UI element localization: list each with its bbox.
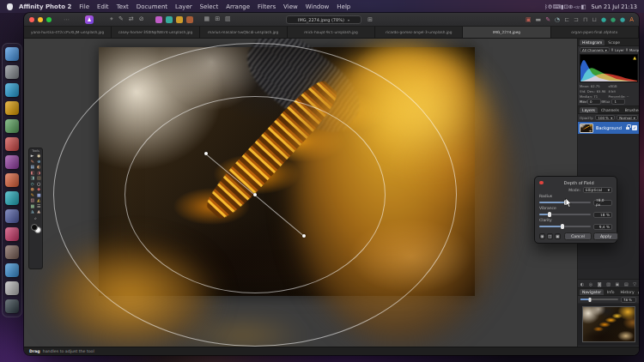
apple-logo-icon[interactable] — [7, 3, 13, 10]
slider-2-knob[interactable] — [561, 224, 564, 229]
layer-visibility-checkbox[interactable]: ✓ — [632, 125, 637, 130]
status-2-icon[interactable]: ⌨ — [553, 3, 561, 10]
toolbar-right-3-icon[interactable]: ◔ — [555, 17, 560, 23]
toolbar-persona-2-icon[interactable] — [176, 16, 183, 23]
dialog-close-button[interactable] — [539, 181, 544, 185]
dialog-2-toggle[interactable]: ▣ — [555, 233, 561, 239]
tool-20-icon[interactable]: ◮ — [31, 209, 34, 214]
max-input[interactable]: 1 — [611, 99, 625, 105]
menu-item-2[interactable]: Text — [117, 3, 129, 10]
marquee-checkbox[interactable] — [626, 48, 628, 51]
layers-4-button[interactable]: ▣ — [616, 281, 620, 287]
toolbar-right-5-icon[interactable]: ⊐ — [574, 17, 579, 23]
toolbar-view-1-icon[interactable]: ⊞ — [215, 16, 220, 22]
menu-item-9[interactable]: Window — [306, 3, 330, 10]
toolbar-view-2-icon[interactable]: ▥ — [225, 16, 231, 22]
layers-1-button[interactable]: ◎ — [589, 281, 592, 287]
blend-mode-dropdown[interactable]: Normal ▾ — [617, 115, 638, 120]
document-tab-0[interactable]: yana-hurska-4T2ccPvXLJM-unsplash.jpg — [24, 27, 112, 38]
slider-0-value[interactable]: 78,0 px — [593, 200, 612, 206]
tab-brushes[interactable]: Brushes — [623, 107, 639, 113]
tab-history[interactable]: History — [618, 289, 637, 295]
cancel-button[interactable]: Cancel — [564, 232, 592, 240]
layers-2-button[interactable]: ◙ — [598, 281, 602, 287]
dock-icon-1[interactable] — [5, 65, 19, 79]
toolbar-right-2-icon[interactable]: ✎ — [545, 17, 550, 23]
toolbar-overflow-icon[interactable]: ⋯ — [64, 16, 71, 23]
dock-icon-14[interactable] — [5, 299, 19, 313]
toolbar-3-icon[interactable]: ⊘ — [139, 16, 144, 22]
status-8-icon[interactable]: ◧ — [580, 3, 586, 10]
dock-icon-2[interactable] — [5, 83, 19, 97]
slider-1-value[interactable]: 18 % — [593, 212, 612, 218]
toolbar-right-0-icon[interactable]: ▣ — [526, 17, 532, 23]
status-1-icon[interactable]: ⚙ — [548, 3, 553, 10]
opacity-dropdown[interactable]: 100 % ▾ — [595, 115, 615, 120]
tool-11-icon[interactable]: ○ — [37, 182, 40, 186]
tool-14-icon[interactable]: ✎ — [31, 193, 34, 197]
dialog-1-toggle[interactable]: ◫ — [547, 233, 553, 239]
window-minimize-button[interactable] — [38, 17, 43, 22]
document-selector-dropdown[interactable]: IMG_2274.jpeg (78%) ▾ — [286, 15, 361, 24]
layer-checkbox[interactable] — [611, 48, 613, 51]
dock-icon-12[interactable] — [5, 263, 19, 277]
slider-2-track[interactable] — [539, 226, 591, 227]
min-input[interactable]: 0 — [587, 99, 601, 105]
tab-scope[interactable]: Scope — [605, 39, 623, 45]
tab-info[interactable]: Info — [605, 289, 617, 295]
toolbar-right-10-icon[interactable]: ● — [620, 17, 625, 23]
mode-dropdown[interactable]: Elliptical ▾ — [583, 187, 612, 193]
dock-icon-11[interactable] — [5, 245, 19, 259]
menu-item-3[interactable]: Document — [137, 3, 167, 10]
dialog-0-toggle[interactable]: ◉ — [539, 233, 545, 239]
tab-navigator[interactable]: Navigator — [580, 289, 604, 295]
menu-clock[interactable]: Sun 21 Jul 21:13 — [592, 3, 637, 10]
tool-1-icon[interactable]: ◉ — [37, 154, 40, 158]
channels-dropdown[interactable]: All Channels ▾ — [580, 47, 610, 52]
tab-channels[interactable]: Channels — [598, 107, 622, 113]
menu-item-7[interactable]: Filters — [258, 3, 276, 10]
document-tab-2[interactable]: marius-masalar-5wQbcdi-unsplash.jpg — [200, 27, 288, 38]
window-zoom-button[interactable] — [46, 17, 52, 22]
dock-icon-6[interactable] — [5, 155, 19, 169]
menu-item-4[interactable]: Layer — [175, 3, 192, 10]
tool-5-icon[interactable]: ◐ — [37, 165, 40, 169]
tool-6-icon[interactable]: ◧ — [30, 171, 34, 175]
status-6-icon[interactable]: ◅ — [574, 3, 578, 10]
tool-0-icon[interactable]: ► — [31, 154, 34, 158]
tool-9-icon[interactable]: ▧ — [37, 176, 41, 180]
dock-icon-10[interactable] — [5, 227, 19, 241]
tool-8-icon[interactable]: ◨ — [30, 176, 34, 180]
dock-icon-7[interactable] — [5, 173, 19, 187]
toolbar-view-0-icon[interactable]: ▦ — [204, 16, 210, 22]
toolbar-right-6-icon[interactable]: ⊓ — [583, 17, 587, 23]
slider-1-track[interactable] — [539, 214, 591, 215]
lock-icon[interactable] — [626, 127, 629, 130]
toolbar-right-1-icon[interactable]: ▬ — [536, 17, 542, 23]
tool-3-icon[interactable]: ⊕ — [37, 160, 40, 164]
canvas[interactable] — [24, 39, 577, 347]
tool-10-icon[interactable]: ◇ — [31, 182, 34, 186]
navigator-gear-icon[interactable]: ⚙ — [638, 290, 639, 295]
dof-handle-bottom[interactable] — [302, 234, 306, 238]
toolbar-right-9-icon[interactable]: ● — [611, 17, 616, 23]
tool-2-icon[interactable]: ✎ — [31, 160, 34, 164]
layers-5-button[interactable]: ▤ — [624, 281, 629, 287]
tool-21-icon[interactable]: ▲ — [37, 209, 40, 214]
tool-15-icon[interactable]: ■ — [37, 193, 41, 197]
toolbar-right-7-icon[interactable]: ⊔ — [592, 17, 596, 23]
clipping-warning-icon[interactable]: ▲ — [633, 55, 636, 60]
foreground-color-swatch[interactable] — [31, 224, 38, 231]
navigator-zoom-slider[interactable] — [580, 299, 618, 300]
slider-1-knob[interactable] — [548, 212, 551, 217]
tool-13-icon[interactable]: ◆ — [37, 187, 40, 191]
document-tab-6[interactable]: organ-pipes-final.afphoto — [551, 27, 639, 38]
dock-icon-13[interactable] — [5, 281, 19, 295]
toolbar-1-icon[interactable]: ✎ — [118, 16, 124, 22]
toolbar-right-4-icon[interactable]: ⊏ — [564, 17, 569, 23]
dock-icon-5[interactable] — [5, 137, 19, 151]
navigator-thumbnail[interactable] — [582, 306, 635, 342]
dock-icon-4[interactable] — [5, 119, 19, 133]
tab-histogram[interactable]: Histogram — [580, 39, 605, 45]
status-5-icon[interactable]: ⊕ — [568, 3, 573, 10]
